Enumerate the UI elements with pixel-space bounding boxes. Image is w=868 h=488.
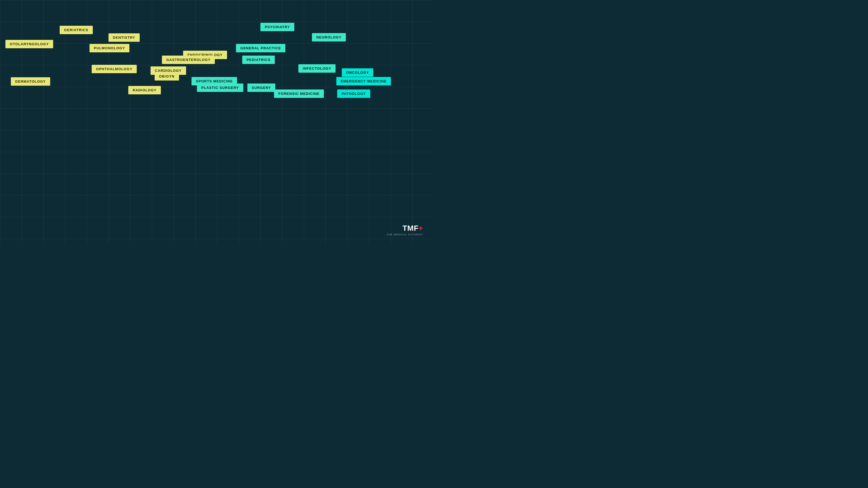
logo-subtitle: THE MEDICAL FUTURIST: [387, 233, 423, 236]
tag-pediatrics[interactable]: PEDIATRICS: [242, 56, 275, 64]
tag-dermatology[interactable]: DERMATOLOGY: [11, 77, 50, 86]
tag-radiology[interactable]: RADIOLOGY: [128, 86, 161, 94]
tag-infectology[interactable]: INFECTOLOGY: [299, 64, 336, 73]
tag-psychiatry[interactable]: PSYCHIATRY: [260, 23, 294, 31]
tag-emergency-medicine[interactable]: EMERGENCY MEDICINE: [336, 77, 391, 86]
tag-forensic-medicine[interactable]: FORENSIC MEDICINE: [274, 90, 324, 98]
tag-pulmonology[interactable]: PULMONOLOGY: [90, 44, 129, 52]
tag-otolaryngology[interactable]: OTOLARYNGOLOGY: [5, 40, 53, 48]
tag-neurology[interactable]: NEUROLOGY: [312, 33, 346, 41]
tag-gastroenterology[interactable]: GASTROENTEROLOGY: [162, 56, 215, 64]
logo-text: TMF+: [387, 225, 423, 232]
logo-plus: +: [418, 224, 423, 232]
tag-surgery[interactable]: SURGERY: [247, 84, 275, 92]
tag-oncology[interactable]: ONCOLOGY: [342, 68, 373, 77]
tag-general-practice[interactable]: GENERAL PRACTICE: [236, 44, 285, 52]
tag-plastic-surgery[interactable]: PLASTIC SURGERY: [197, 84, 243, 92]
background-grid: [0, 0, 434, 244]
tag-geriatrics[interactable]: GERIATRICS: [60, 26, 93, 34]
tag-ob-gyn[interactable]: OB/GYN: [155, 72, 179, 80]
tag-dentistry[interactable]: DENTISTRY: [108, 33, 140, 42]
tag-ophthalmology[interactable]: OPHTHALMOLOGY: [92, 65, 137, 73]
logo: TMF+ THE MEDICAL FUTURIST: [387, 225, 423, 236]
tag-pathology[interactable]: PATHOLOGY: [337, 90, 370, 98]
